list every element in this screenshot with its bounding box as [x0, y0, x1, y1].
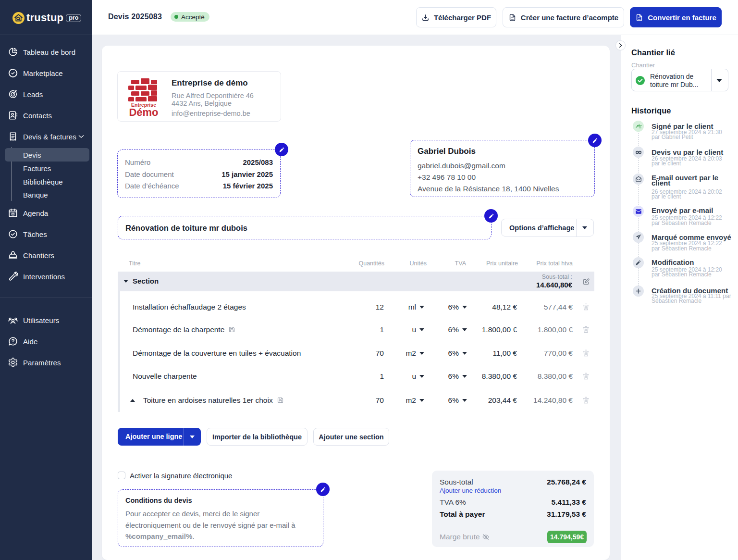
svg-text:Démo: Démo	[129, 106, 158, 118]
